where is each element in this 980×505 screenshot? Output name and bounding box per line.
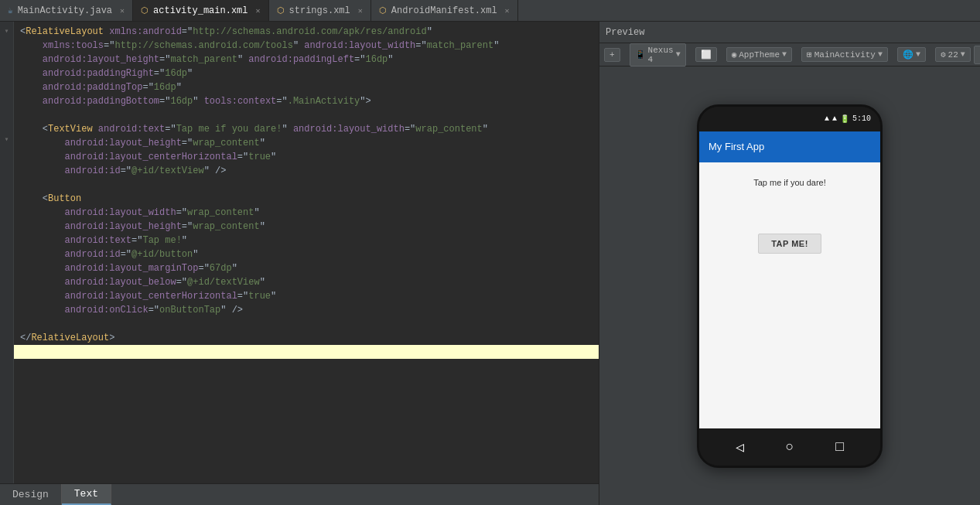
code-line: android:layout_centerHorizontal="true": [14, 289, 599, 303]
globe-icon: 🌐: [903, 49, 913, 60]
status-time: 5:10: [852, 114, 871, 123]
xml-icon-3: ⬡: [379, 5, 387, 15]
code-line: android:layout_below="@+id/textView": [14, 275, 599, 289]
code-line: [14, 387, 599, 401]
tab-activity-main-close[interactable]: ✕: [256, 6, 261, 15]
tab-text[interactable]: Text: [62, 484, 111, 505]
code-editor[interactable]: <RelativeLayout xmlns:android="http://sc…: [14, 22, 599, 483]
theme-icon: ◉: [732, 49, 737, 60]
code-line: android:id="@+id/textView" />: [14, 164, 599, 178]
fold-icon-1[interactable]: ▾: [4, 26, 9, 36]
locale-selector-button[interactable]: 🌐 ▼: [897, 47, 926, 62]
tab-strings-close[interactable]: ✕: [358, 6, 363, 15]
code-line: </RelativeLayout>: [14, 331, 599, 345]
tab-main-activity[interactable]: ☕ MainActivity.java ✕: [0, 0, 133, 21]
add-device-button[interactable]: +: [604, 48, 620, 62]
preview-header: Preview: [599, 22, 980, 43]
activity-icon: ⊞: [807, 49, 812, 60]
code-line: android:id="@+id/button": [14, 247, 599, 261]
preview-controls: ↺ + ⚙: [974, 46, 980, 64]
device-selector-label: Nexus 4: [648, 46, 674, 64]
tab-android-manifest-label: AndroidManifest.xml: [391, 5, 497, 16]
chevron-down-icon-3: ▼: [878, 50, 883, 59]
code-line: android:paddingRight="16dp": [14, 67, 599, 80]
code-line: [14, 178, 599, 192]
app-toolbar: My First App: [699, 131, 880, 162]
tab-main-activity-close[interactable]: ✕: [120, 6, 125, 15]
tab-strings-label: strings.xml: [289, 5, 350, 16]
orientation-icon: ⬜: [701, 49, 712, 60]
phone-nav-bar: ◁ ○ □: [699, 428, 880, 466]
phone-screen: My First App Tap me if you dare! TAP ME!: [699, 131, 880, 428]
app-title: My First App: [709, 141, 764, 152]
tab-android-manifest[interactable]: ⬡ AndroidManifest.xml ✕: [371, 0, 518, 21]
refresh-button[interactable]: ↺: [974, 46, 980, 64]
code-line: [14, 108, 599, 122]
tab-activity-main[interactable]: ⬡ activity_main.xml ✕: [133, 0, 268, 21]
chevron-down-icon-4: ▼: [916, 50, 920, 59]
code-line: <RelativeLayout xmlns:android="http://sc…: [14, 25, 599, 39]
tab-text-label: Text: [74, 488, 98, 500]
tab-activity-main-label: activity_main.xml: [153, 5, 248, 16]
fold-icon-2[interactable]: ▾: [4, 135, 9, 144]
activity-selector-button[interactable]: ⊞ MainActivity ▼: [801, 47, 888, 62]
editor-body: ▾ ▾ <RelativeLayout xmlns:android="http:…: [0, 22, 599, 483]
app-content: Tap me if you dare! TAP ME!: [699, 162, 880, 428]
api-selector-button[interactable]: ⚙ 22 ▼: [935, 47, 971, 62]
tab-strings[interactable]: ⬡ strings.xml ✕: [269, 0, 371, 21]
code-line: [14, 373, 599, 387]
code-line: <TextView android:text="Tap me if you da…: [14, 122, 599, 136]
chevron-down-icon-1: ▼: [676, 50, 681, 59]
code-line: android:layout_width="wrap_content": [14, 206, 599, 220]
code-line: [14, 428, 599, 442]
xml-icon-2: ⬡: [277, 5, 285, 15]
code-line: xmlns:tools="http://schemas.android.com/…: [14, 39, 599, 53]
add-device-icon: +: [610, 50, 615, 60]
phone-status-bar: ▲ ▲ 🔋 5:10: [699, 107, 880, 131]
battery-icon: 🔋: [840, 114, 849, 124]
code-line: android:layout_marginTop="67dp": [14, 261, 599, 275]
recents-nav-icon: □: [835, 439, 844, 455]
preview-body: ▲ ▲ 🔋 5:10 My First App Tap me if you da…: [599, 67, 980, 505]
main-content: ▾ ▾ <RelativeLayout xmlns:android="http:…: [0, 22, 980, 505]
editor-panel: ▾ ▾ <RelativeLayout xmlns:android="http:…: [0, 22, 599, 505]
editor-gutter: ▾ ▾: [0, 22, 14, 483]
tab-android-manifest-close[interactable]: ✕: [505, 6, 510, 15]
chevron-down-icon-5: ▼: [961, 50, 965, 59]
api-icon: ⚙: [941, 49, 946, 60]
tab-design[interactable]: Design: [0, 484, 62, 505]
orientation-button[interactable]: ⬜: [695, 47, 717, 62]
app-tap-button[interactable]: TAP ME!: [758, 234, 821, 254]
home-nav-icon: ○: [786, 439, 794, 455]
java-icon: ☕: [8, 5, 13, 15]
app-text-view: Tap me if you dare!: [753, 178, 826, 187]
tab-bar: ☕ MainActivity.java ✕ ⬡ activity_main.xm…: [0, 0, 980, 22]
chevron-down-icon-2: ▼: [782, 50, 787, 59]
code-line: <Button: [14, 192, 599, 206]
phone-icon: 📱: [635, 49, 646, 60]
theme-selector-button[interactable]: ◉ AppTheme ▼: [726, 47, 792, 62]
signal-icon: ▲: [832, 114, 837, 123]
preview-panel: Preview + 📱 Nexus 4 ▼ ⬜ ◉ AppTh: [599, 22, 980, 505]
tab-main-activity-label: MainActivity.java: [18, 5, 112, 16]
wifi-icon: ▲: [825, 114, 829, 123]
bottom-tabs: Design Text: [0, 483, 599, 505]
preview-header-label: Preview: [606, 27, 644, 38]
activity-selector-label: MainActivity: [814, 50, 876, 60]
code-line: [14, 359, 599, 373]
api-selector-label: 22: [948, 50, 958, 60]
code-line-highlighted: [14, 345, 599, 359]
code-line: android:paddingBottom="16dp" tools:conte…: [14, 94, 599, 108]
code-line: android:layout_centerHorizontal="true": [14, 150, 599, 164]
code-line: [14, 401, 599, 415]
code-line: [14, 415, 599, 428]
theme-selector-label: AppTheme: [739, 50, 780, 60]
code-line: android:text="Tap me!": [14, 234, 599, 247]
code-line: android:onClick="onButtonTap" />: [14, 303, 599, 317]
phone-mockup: ▲ ▲ 🔋 5:10 My First App Tap me if you da…: [697, 104, 883, 468]
preview-toolbar: + 📱 Nexus 4 ▼ ⬜ ◉ AppTheme ▼: [599, 43, 980, 67]
code-line: android:paddingTop="16dp": [14, 80, 599, 94]
tab-design-label: Design: [12, 489, 49, 500]
device-selector-button[interactable]: 📱 Nexus 4 ▼: [630, 43, 686, 67]
xml-icon-1: ⬡: [141, 5, 149, 15]
